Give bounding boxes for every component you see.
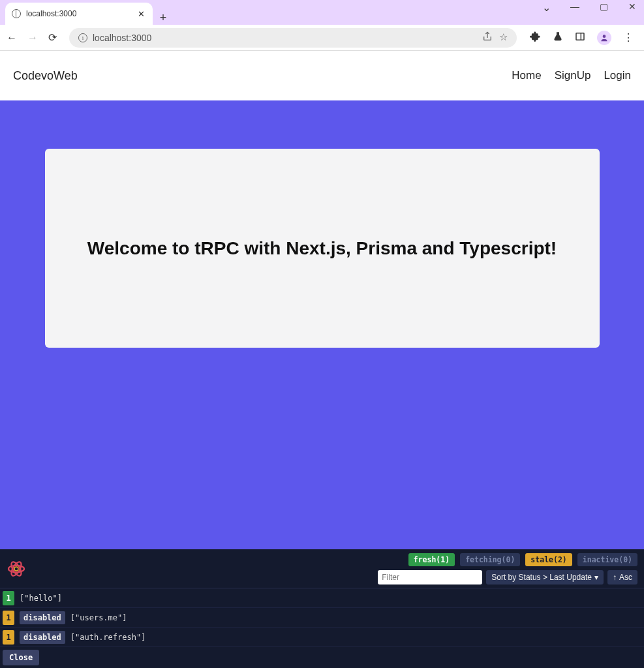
badge-stale[interactable]: stale(2) [525, 553, 572, 566]
query-row[interactable]: 1["hello"] [0, 588, 644, 608]
caret-down-icon: ▾ [594, 573, 598, 582]
badge-fetching[interactable]: fetching(0) [460, 553, 520, 566]
brand-logo[interactable]: CodevoWeb [13, 69, 78, 83]
react-query-logo-icon[interactable] [7, 559, 26, 579]
browser-title-bar: localhost:3000 ✕ + ⌄ — ▢ ✕ [0, 0, 644, 25]
svg-point-3 [14, 567, 18, 571]
hero-title: Welcome to tRPC with Next.js, Prisma and… [87, 236, 557, 261]
svg-rect-0 [576, 33, 584, 40]
browser-tab[interactable]: localhost:3000 ✕ [5, 3, 153, 25]
query-key: ["auth.refresh"] [70, 633, 146, 642]
address-bar[interactable]: i localhost:3000 ☆ [69, 28, 517, 48]
extensions-icon[interactable] [530, 31, 541, 44]
query-observer-count: 1 [3, 591, 14, 605]
filter-input[interactable] [378, 570, 482, 584]
close-window-icon[interactable]: ✕ [624, 1, 640, 14]
forward-button[interactable]: → [27, 32, 39, 44]
hero-section: Welcome to tRPC with Next.js, Prisma and… [0, 100, 644, 549]
back-button[interactable]: ← [7, 32, 18, 44]
tab-title: localhost:3000 [26, 9, 130, 18]
react-query-devtools: fresh(1) fetching(0) stale(2) inactive(0… [0, 549, 644, 668]
url-text: localhost:3000 [93, 33, 151, 43]
query-key: ["hello"] [20, 594, 62, 603]
query-observer-count: 1 [3, 611, 14, 625]
window-controls: ⌄ — ▢ ✕ [538, 1, 640, 14]
share-icon[interactable] [482, 31, 493, 44]
side-panel-icon[interactable] [575, 31, 585, 44]
query-key: ["users.me"] [70, 613, 127, 622]
nav-links: Home SignUp Login [512, 69, 631, 82]
query-status-badge: disabled [20, 631, 65, 644]
nav-link-home[interactable]: Home [512, 69, 541, 82]
nav-link-signup[interactable]: SignUp [555, 69, 591, 82]
labs-icon[interactable] [553, 31, 563, 44]
maximize-icon[interactable]: ▢ [596, 1, 611, 14]
new-tab-button[interactable]: + [153, 11, 174, 25]
arrow-up-icon: ↑ [613, 573, 617, 582]
nav-link-login[interactable]: Login [604, 69, 631, 82]
chevron-down-icon[interactable]: ⌄ [538, 1, 554, 14]
badge-fresh[interactable]: fresh(1) [408, 553, 455, 566]
minimize-icon[interactable]: — [567, 1, 583, 14]
kebab-menu-icon[interactable]: ⋮ [623, 31, 634, 44]
bookmark-icon[interactable]: ☆ [499, 31, 508, 44]
site-info-icon[interactable]: i [78, 33, 87, 42]
globe-icon [12, 9, 21, 18]
svg-point-2 [603, 35, 606, 38]
query-row[interactable]: 1disabled["auth.refresh"] [0, 628, 644, 647]
close-tab-icon[interactable]: ✕ [136, 9, 146, 19]
query-observer-count: 1 [3, 630, 14, 645]
query-list: 1["hello"]1disabled["users.me"]1disabled… [0, 588, 644, 647]
page-viewport: CodevoWeb Home SignUp Login Welcome to t… [0, 51, 644, 549]
query-status-badge: disabled [20, 611, 65, 624]
sort-direction-button[interactable]: ↑Asc [607, 570, 637, 584]
browser-toolbar: ← → ⟳ i localhost:3000 ☆ ⋮ [0, 25, 644, 51]
badge-inactive[interactable]: inactive(0) [577, 553, 637, 566]
site-navbar: CodevoWeb Home SignUp Login [0, 51, 644, 100]
profile-avatar[interactable] [597, 31, 611, 45]
reload-button[interactable]: ⟳ [48, 31, 60, 44]
close-devtools-button[interactable]: Close [3, 650, 39, 665]
hero-card: Welcome to tRPC with Next.js, Prisma and… [45, 149, 600, 348]
sort-button[interactable]: Sort by Status > Last Update ▾ [486, 570, 604, 584]
query-row[interactable]: 1disabled["users.me"] [0, 608, 644, 628]
